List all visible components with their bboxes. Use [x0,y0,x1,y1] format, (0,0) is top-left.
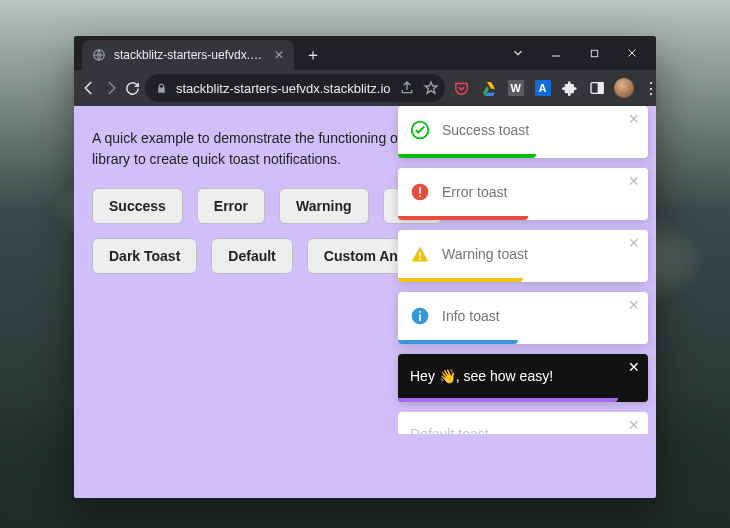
warning-triangle-icon [410,244,430,264]
tab-title: stackblitz-starters-uefvdx.stackbl [114,48,264,62]
w-extension-icon[interactable]: W [503,74,529,102]
tab-close-icon[interactable]: ✕ [272,46,286,64]
toast-dark[interactable]: Hey 👋, see how easy! ✕ [398,354,648,402]
toast-label: Default toast [410,426,489,434]
lock-icon [155,82,168,95]
tab-active[interactable]: stackblitz-starters-uefvdx.stackbl ✕ [82,40,294,70]
star-icon[interactable] [423,80,439,96]
window-chevron-icon[interactable] [500,39,536,67]
toast-progress [398,278,523,282]
toast-close-icon[interactable]: ✕ [628,173,640,189]
success-button[interactable]: Success [92,188,183,224]
pocket-icon[interactable] [449,74,475,102]
check-circle-icon [410,120,430,140]
side-panel-icon[interactable] [584,74,610,102]
toast-info[interactable]: Info toast ✕ [398,292,648,344]
svg-rect-12 [419,311,421,313]
share-icon[interactable] [399,80,415,96]
toolbar: stackblitz-starters-uefvdx.stackblitz.io… [74,70,656,106]
url-text: stackblitz-starters-uefvdx.stackblitz.io [176,81,391,96]
toast-error[interactable]: Error toast ✕ [398,168,648,220]
profile-avatar[interactable] [611,74,637,102]
toast-progress [398,398,618,402]
toast-warning[interactable]: Warning toast ✕ [398,230,648,282]
svg-rect-1 [591,50,597,56]
toast-default-partial: Default toast ✕ [398,412,648,434]
a-extension-icon[interactable]: A [530,74,556,102]
toast-success[interactable]: Success toast ✕ [398,106,648,158]
svg-rect-11 [419,314,421,321]
toast-label: Error toast [442,184,507,200]
nav-forward-button[interactable] [102,74,120,102]
extensions-puzzle-icon[interactable] [557,74,583,102]
browser-menu-icon[interactable]: ⋮ [638,74,656,102]
toast-close-icon[interactable]: ✕ [628,235,640,251]
browser-window: stackblitz-starters-uefvdx.stackbl ✕ ＋ [74,36,656,498]
svg-rect-9 [419,258,421,260]
toast-close-icon[interactable]: ✕ [628,417,640,433]
nav-reload-button[interactable] [124,74,141,102]
window-minimize-button[interactable] [538,39,574,67]
toast-progress [398,154,536,158]
page-content: A quick example to demonstrate the funct… [74,106,656,498]
window-controls [500,36,650,70]
toast-label: Hey 👋, see how easy! [410,368,553,384]
window-close-button[interactable] [614,39,650,67]
warning-button[interactable]: Warning [279,188,368,224]
window-maximize-button[interactable] [576,39,612,67]
toast-container: Success toast ✕ Error toast ✕ Warning to… [398,106,648,434]
new-tab-button[interactable]: ＋ [300,42,326,68]
tab-strip: stackblitz-starters-uefvdx.stackbl ✕ ＋ [74,36,656,70]
dark-toast-button[interactable]: Dark Toast [92,238,197,274]
nav-back-button[interactable] [80,74,98,102]
toast-label: Info toast [442,308,500,324]
default-button[interactable]: Default [211,238,292,274]
svg-rect-3 [598,83,603,94]
toast-close-icon[interactable]: ✕ [628,297,640,313]
toast-label: Success toast [442,122,529,138]
toast-label: Warning toast [442,246,528,262]
toast-progress [398,340,518,344]
alert-circle-icon [410,182,430,202]
svg-rect-6 [419,187,421,194]
toast-progress [398,216,528,220]
globe-icon [92,48,106,62]
toast-close-icon[interactable]: ✕ [628,359,640,375]
extension-icons: W A ⋮ [449,74,656,102]
svg-rect-8 [419,252,421,256]
svg-rect-7 [419,195,421,197]
drive-icon[interactable] [476,74,502,102]
error-button[interactable]: Error [197,188,265,224]
toast-default[interactable]: Default toast ✕ [398,412,648,434]
toast-close-icon[interactable]: ✕ [628,111,640,127]
address-bar[interactable]: stackblitz-starters-uefvdx.stackblitz.io [145,74,445,102]
info-circle-icon [410,306,430,326]
